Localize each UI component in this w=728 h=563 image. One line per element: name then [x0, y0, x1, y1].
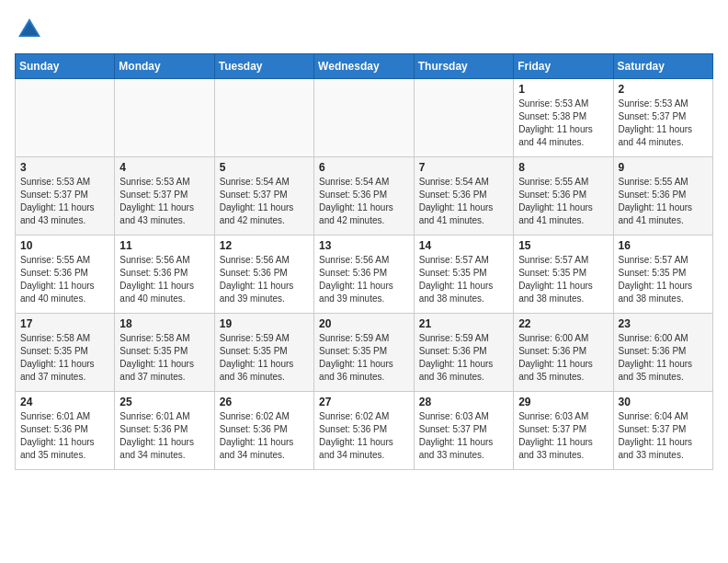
day-number: 14: [419, 239, 508, 252]
day-cell: 11Sunrise: 5:56 AM Sunset: 5:36 PM Dayli…: [115, 236, 214, 314]
day-number: 12: [220, 239, 309, 252]
day-cell: 28Sunrise: 6:03 AM Sunset: 5:37 PM Dayli…: [414, 392, 513, 470]
day-info: Sunrise: 5:56 AM Sunset: 5:36 PM Dayligh…: [220, 254, 309, 305]
day-number: 5: [220, 161, 309, 174]
day-number: 11: [119, 239, 209, 252]
day-number: 18: [119, 317, 209, 330]
day-info: Sunrise: 5:53 AM Sunset: 5:37 PM Dayligh…: [20, 176, 109, 227]
day-cell: [414, 79, 513, 157]
weekday-header: Wednesday: [314, 54, 415, 79]
week-row: 10Sunrise: 5:55 AM Sunset: 5:36 PM Dayli…: [16, 236, 713, 314]
day-cell: 15Sunrise: 5:57 AM Sunset: 5:35 PM Dayli…: [514, 236, 613, 314]
day-info: Sunrise: 6:00 AM Sunset: 5:36 PM Dayligh…: [619, 332, 709, 384]
day-cell: [214, 79, 313, 157]
day-cell: 25Sunrise: 6:01 AM Sunset: 5:36 PM Dayli…: [115, 392, 214, 470]
day-cell: 23Sunrise: 6:00 AM Sunset: 5:36 PM Dayli…: [613, 314, 713, 392]
day-info: Sunrise: 6:01 AM Sunset: 5:36 PM Dayligh…: [119, 410, 209, 462]
day-info: Sunrise: 6:00 AM Sunset: 5:36 PM Dayligh…: [518, 332, 608, 384]
day-info: Sunrise: 5:55 AM Sunset: 5:36 PM Dayligh…: [518, 176, 608, 227]
day-info: Sunrise: 5:58 AM Sunset: 5:35 PM Dayligh…: [20, 332, 109, 384]
day-info: Sunrise: 6:03 AM Sunset: 5:37 PM Dayligh…: [518, 410, 608, 462]
week-row: 17Sunrise: 5:58 AM Sunset: 5:35 PM Dayli…: [16, 314, 713, 392]
day-info: Sunrise: 5:55 AM Sunset: 5:36 PM Dayligh…: [619, 176, 709, 227]
day-cell: 19Sunrise: 5:59 AM Sunset: 5:35 PM Dayli…: [214, 314, 313, 392]
day-number: 16: [619, 239, 709, 252]
day-cell: 12Sunrise: 5:56 AM Sunset: 5:36 PM Dayli…: [214, 236, 313, 314]
day-cell: 9Sunrise: 5:55 AM Sunset: 5:36 PM Daylig…: [613, 157, 713, 236]
day-cell: 30Sunrise: 6:04 AM Sunset: 5:37 PM Dayli…: [613, 392, 713, 470]
day-info: Sunrise: 5:54 AM Sunset: 5:36 PM Dayligh…: [419, 176, 508, 227]
day-info: Sunrise: 5:58 AM Sunset: 5:35 PM Dayligh…: [119, 332, 209, 384]
day-number: 26: [220, 396, 309, 408]
day-cell: 24Sunrise: 6:01 AM Sunset: 5:36 PM Dayli…: [16, 392, 115, 470]
day-number: 19: [220, 317, 309, 330]
week-row: 1Sunrise: 5:53 AM Sunset: 5:38 PM Daylig…: [16, 79, 713, 157]
day-cell: 8Sunrise: 5:55 AM Sunset: 5:36 PM Daylig…: [514, 157, 613, 236]
day-number: 15: [518, 239, 608, 252]
day-number: 25: [119, 396, 209, 408]
day-number: 8: [518, 161, 608, 174]
day-cell: 29Sunrise: 6:03 AM Sunset: 5:37 PM Dayli…: [514, 392, 613, 470]
day-cell: 4Sunrise: 5:53 AM Sunset: 5:37 PM Daylig…: [115, 157, 214, 236]
week-row: 24Sunrise: 6:01 AM Sunset: 5:36 PM Dayli…: [16, 392, 713, 470]
day-number: 13: [319, 239, 409, 252]
day-cell: 26Sunrise: 6:02 AM Sunset: 5:36 PM Dayli…: [214, 392, 313, 470]
day-cell: 10Sunrise: 5:55 AM Sunset: 5:36 PM Dayli…: [16, 236, 115, 314]
day-info: Sunrise: 5:53 AM Sunset: 5:38 PM Dayligh…: [518, 98, 608, 149]
day-number: 29: [518, 396, 608, 408]
day-number: 7: [419, 161, 508, 174]
day-number: 6: [319, 161, 409, 174]
day-info: Sunrise: 5:53 AM Sunset: 5:37 PM Dayligh…: [119, 176, 209, 227]
weekday-header: Sunday: [16, 54, 115, 79]
day-number: 30: [619, 396, 709, 408]
weekday-header: Tuesday: [214, 54, 313, 79]
day-info: Sunrise: 5:59 AM Sunset: 5:35 PM Dayligh…: [319, 332, 409, 384]
day-cell: 7Sunrise: 5:54 AM Sunset: 5:36 PM Daylig…: [414, 157, 513, 236]
day-number: 4: [119, 161, 209, 174]
day-cell: 16Sunrise: 5:57 AM Sunset: 5:35 PM Dayli…: [613, 236, 713, 314]
day-number: 22: [518, 317, 608, 330]
day-number: 20: [319, 317, 409, 330]
day-info: Sunrise: 5:57 AM Sunset: 5:35 PM Dayligh…: [419, 254, 508, 305]
day-info: Sunrise: 6:04 AM Sunset: 5:37 PM Dayligh…: [619, 410, 709, 462]
day-number: 24: [20, 396, 109, 408]
day-number: 27: [319, 396, 409, 408]
day-info: Sunrise: 5:56 AM Sunset: 5:36 PM Dayligh…: [319, 254, 409, 305]
day-cell: 17Sunrise: 5:58 AM Sunset: 5:35 PM Dayli…: [16, 314, 115, 392]
logo: [15, 15, 48, 44]
day-info: Sunrise: 6:01 AM Sunset: 5:36 PM Dayligh…: [20, 410, 109, 462]
day-cell: 14Sunrise: 5:57 AM Sunset: 5:35 PM Dayli…: [414, 236, 513, 314]
weekday-header: Friday: [514, 54, 613, 79]
day-info: Sunrise: 6:02 AM Sunset: 5:36 PM Dayligh…: [319, 410, 409, 462]
day-number: 3: [20, 161, 109, 174]
weekday-header: Saturday: [613, 54, 713, 79]
weekday-header: Thursday: [414, 54, 513, 79]
day-number: 9: [619, 161, 709, 174]
day-info: Sunrise: 6:03 AM Sunset: 5:37 PM Dayligh…: [419, 410, 508, 462]
day-number: 17: [20, 317, 109, 330]
day-info: Sunrise: 5:53 AM Sunset: 5:37 PM Dayligh…: [619, 98, 709, 149]
day-cell: 18Sunrise: 5:58 AM Sunset: 5:35 PM Dayli…: [115, 314, 214, 392]
day-cell: [16, 79, 115, 157]
weekday-header: Monday: [115, 54, 214, 79]
day-cell: 20Sunrise: 5:59 AM Sunset: 5:35 PM Dayli…: [314, 314, 415, 392]
page-header: [15, 15, 713, 44]
day-cell: 21Sunrise: 5:59 AM Sunset: 5:36 PM Dayli…: [414, 314, 513, 392]
day-info: Sunrise: 5:59 AM Sunset: 5:35 PM Dayligh…: [220, 332, 309, 384]
day-cell: 5Sunrise: 5:54 AM Sunset: 5:37 PM Daylig…: [214, 157, 313, 236]
day-info: Sunrise: 5:56 AM Sunset: 5:36 PM Dayligh…: [119, 254, 209, 305]
day-number: 2: [619, 83, 709, 96]
day-number: 28: [419, 396, 508, 408]
calendar-table: SundayMondayTuesdayWednesdayThursdayFrid…: [15, 53, 713, 470]
day-info: Sunrise: 5:54 AM Sunset: 5:36 PM Dayligh…: [319, 176, 409, 227]
day-cell: 13Sunrise: 5:56 AM Sunset: 5:36 PM Dayli…: [314, 236, 415, 314]
weekday-header-row: SundayMondayTuesdayWednesdayThursdayFrid…: [16, 54, 713, 79]
day-cell: [115, 79, 214, 157]
day-info: Sunrise: 5:59 AM Sunset: 5:36 PM Dayligh…: [419, 332, 508, 384]
day-cell: 1Sunrise: 5:53 AM Sunset: 5:38 PM Daylig…: [514, 79, 613, 157]
day-cell: 3Sunrise: 5:53 AM Sunset: 5:37 PM Daylig…: [16, 157, 115, 236]
day-number: 1: [518, 83, 608, 96]
day-cell: [314, 79, 415, 157]
day-number: 23: [619, 317, 709, 330]
day-info: Sunrise: 6:02 AM Sunset: 5:36 PM Dayligh…: [220, 410, 309, 462]
